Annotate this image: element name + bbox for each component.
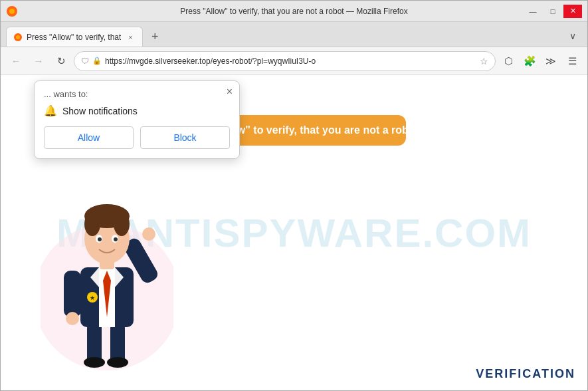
- new-tab-button[interactable]: +: [146, 27, 164, 46]
- page-content: MYANTISPYWARE.COM Press "Allow" to verif…: [1, 75, 587, 390]
- popup-buttons: Allow Block: [44, 126, 230, 149]
- block-button[interactable]: Block: [140, 126, 230, 149]
- svg-point-15: [142, 227, 155, 241]
- svg-rect-12: [64, 271, 81, 317]
- shield-icon: 🛡: [81, 57, 89, 66]
- bookmark-star-icon[interactable]: ☆: [480, 56, 488, 66]
- title-bar: Press "Allow" to verify, that you are no…: [1, 1, 587, 22]
- svg-point-23: [98, 237, 102, 241]
- character-illustration: ★: [41, 164, 187, 390]
- bell-icon: 🔔: [44, 104, 57, 117]
- tab-close-button[interactable]: ×: [125, 32, 136, 43]
- forward-button[interactable]: →: [29, 51, 49, 71]
- svg-point-19: [84, 212, 100, 236]
- address-text: https://mvgde.silverseeker.top/eyes-robo…: [105, 57, 476, 66]
- maximize-button[interactable]: □: [543, 5, 562, 18]
- extensions-button[interactable]: 🧩: [520, 51, 539, 71]
- notification-popup: × ... wants to: 🔔 Show notifications All…: [34, 80, 240, 159]
- svg-point-1: [9, 9, 15, 14]
- tab-title: Press "Allow" to verify, that: [27, 33, 121, 42]
- browser-window: Press "Allow" to verify, that you are no…: [0, 0, 588, 391]
- svg-point-8: [107, 357, 128, 368]
- nav-actions: ⬡ 🧩 ≫ ☰: [498, 51, 582, 71]
- character-svg: ★: [41, 164, 173, 377]
- svg-point-20: [114, 212, 130, 236]
- popup-notification-label: Show notifications: [62, 106, 138, 116]
- menu-button[interactable]: ☰: [562, 51, 582, 71]
- svg-point-24: [114, 237, 118, 241]
- firefox-icon: [6, 5, 18, 17]
- svg-text:★: ★: [90, 295, 95, 301]
- active-tab[interactable]: Press "Allow" to verify, that ×: [6, 27, 143, 47]
- close-button[interactable]: ✕: [563, 5, 582, 18]
- svg-point-3: [16, 35, 20, 39]
- svg-point-14: [66, 312, 79, 325]
- verification-label: VERIFICATION: [476, 367, 575, 381]
- address-bar[interactable]: 🛡 🔒 https://mvgde.silverseeker.top/eyes-…: [74, 51, 496, 71]
- popup-wants-to-text: ... wants to:: [44, 89, 230, 99]
- lock-icon: 🔒: [92, 57, 102, 65]
- popup-close-button[interactable]: ×: [227, 86, 233, 97]
- tab-bar: Press "Allow" to verify, that × + ∨: [1, 22, 587, 47]
- allow-button[interactable]: Allow: [44, 126, 134, 149]
- back-button[interactable]: ←: [6, 51, 26, 71]
- tab-favicon: [13, 33, 23, 42]
- title-bar-text: Press "Allow" to verify, that you are no…: [180, 7, 407, 16]
- more-tools-button[interactable]: ≫: [541, 51, 561, 71]
- tab-list-button[interactable]: ∨: [563, 27, 582, 45]
- container-icon[interactable]: ⬡: [498, 51, 518, 71]
- window-controls: — □ ✕: [524, 5, 582, 18]
- reload-button[interactable]: ↻: [51, 51, 71, 71]
- popup-notification-row: 🔔 Show notifications: [44, 104, 230, 117]
- nav-bar: ← → ↻ 🛡 🔒 https://mvgde.silverseeker.top…: [1, 47, 587, 75]
- svg-point-7: [84, 357, 105, 368]
- minimize-button[interactable]: —: [524, 5, 542, 18]
